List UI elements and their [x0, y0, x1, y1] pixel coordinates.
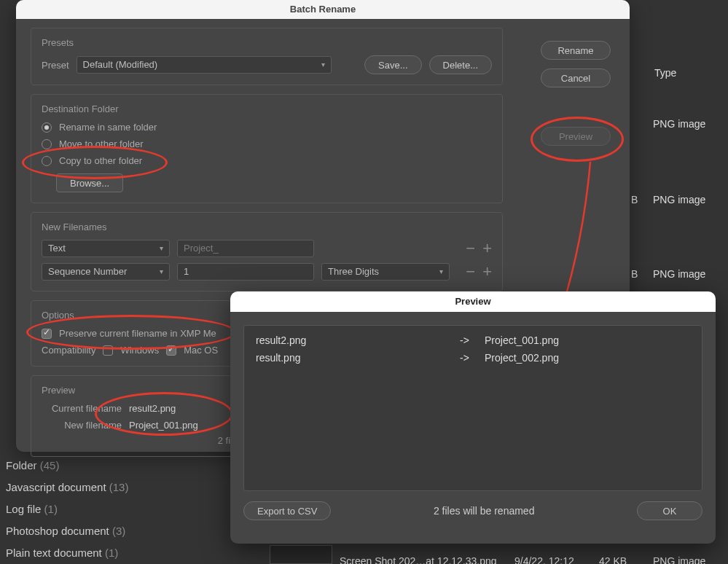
panel-header: Preview [42, 385, 232, 396]
radio-copy-folder[interactable] [42, 156, 52, 166]
save-preset-button[interactable]: Save... [364, 55, 421, 74]
filter-count: (1) [105, 547, 118, 559]
filter-item[interactable]: Photoshop document (3) [6, 525, 125, 537]
checkbox-label: Mac OS [184, 345, 218, 356]
presets-panel: Presets Preset Default (Modified) ▾ Save… [31, 28, 503, 85]
dialog-title: Batch Rename [16, 0, 630, 19]
filter-item[interactable]: Javascript document (13) [6, 481, 128, 493]
cell-type: PNG image [653, 118, 705, 130]
file-count: 2 fil [42, 435, 232, 446]
macos-checkbox[interactable] [166, 345, 176, 356]
preset-value: Default (Modified) [83, 57, 158, 73]
preset-select[interactable]: Default (Modified) ▾ [77, 56, 332, 74]
checkbox-label: Windows [120, 345, 159, 356]
windows-checkbox[interactable] [103, 345, 113, 356]
remove-row-button[interactable]: − [466, 267, 475, 277]
cancel-button[interactable]: Cancel [541, 68, 611, 87]
current-filename-label: Current filename [42, 403, 122, 414]
filename-start-input[interactable]: 1 [177, 263, 314, 281]
preview-list: result2.png -> Project_001.png result.pn… [243, 325, 702, 491]
preserve-xmp-checkbox[interactable] [42, 329, 52, 339]
radio-label: Rename in same folder [59, 122, 157, 133]
chevron-down-icon: ▾ [160, 264, 163, 280]
filter-count: (3) [112, 525, 125, 537]
cell-type: PNG image [653, 194, 705, 205]
select-value: Text [48, 240, 66, 256]
filename-text-input[interactable]: Project_ [177, 240, 314, 257]
original-filename: result.png [256, 352, 453, 364]
file-size: 42 KB [599, 555, 627, 564]
chevron-down-icon: ▾ [321, 57, 325, 73]
filename-type-select[interactable]: Text▾ [42, 240, 170, 257]
cell-type: PNG image [653, 268, 705, 280]
rename-button[interactable]: Rename [541, 41, 611, 60]
radio-label: Copy to other folder [59, 155, 142, 166]
filename-type-select[interactable]: Sequence Number▾ [42, 263, 170, 281]
panel-header: Destination Folder [42, 103, 492, 114]
radio-label: Move to other folder [59, 138, 144, 149]
compatibility-label: Compatibility [42, 345, 95, 356]
filter-label: Folder [6, 459, 37, 471]
new-filenames-panel: New Filenames Text▾ Project_ − + Sequenc… [31, 212, 503, 291]
select-value: Sequence Number [48, 264, 127, 280]
cell-size-frag: B [631, 194, 638, 205]
filter-count: (45) [40, 459, 60, 471]
preview-panel: Preview Current filename result2.png New… [31, 375, 243, 457]
column-header-type[interactable]: Type [654, 67, 676, 79]
file-date: 9/4/22, 12:12 [514, 555, 574, 564]
original-filename: result2.png [256, 334, 453, 346]
rename-status: 2 files will be renamed [434, 505, 535, 517]
file-name[interactable]: Screen Shot 202…at 12.12.33.png [340, 555, 497, 564]
panel-header: Presets [42, 37, 492, 48]
file-type: PNG image [653, 555, 705, 564]
add-row-button[interactable]: + [482, 243, 492, 254]
checkbox-label: Preserve current filename in XMP Me [59, 328, 216, 339]
filter-count: (1) [44, 503, 58, 515]
digits-select[interactable]: Three Digits▾ [321, 263, 450, 281]
destination-panel: Destination Folder Rename in same folder… [31, 94, 503, 203]
remove-row-button[interactable]: − [466, 243, 475, 254]
filter-label: Log file [6, 503, 41, 515]
preview-dialog: Preview result2.png -> Project_001.png r… [230, 291, 716, 544]
add-row-button[interactable]: + [482, 267, 492, 277]
new-filename-label: New filename [42, 420, 122, 431]
arrow-icon: -> [460, 334, 477, 346]
arrow-icon: -> [460, 352, 477, 364]
preset-label: Preset [42, 60, 69, 71]
filter-count: (13) [109, 481, 129, 493]
dialog-title: Preview [230, 291, 716, 312]
new-filename-value: Project_001.png [129, 420, 198, 431]
export-csv-button[interactable]: Export to CSV [243, 501, 331, 520]
cell-size-frag: B [631, 268, 638, 280]
filter-item[interactable]: Folder (45) [6, 459, 59, 471]
chevron-down-icon: ▾ [160, 240, 163, 256]
new-filename: Project_002.png [485, 352, 559, 364]
chevron-down-icon: ▾ [439, 264, 443, 280]
current-filename-value: result2.png [129, 403, 176, 414]
select-value: Three Digits [328, 264, 379, 280]
radio-same-folder[interactable] [42, 122, 52, 133]
preview-row: result2.png -> Project_001.png [256, 334, 690, 346]
preview-button[interactable]: Preview [541, 127, 611, 146]
filter-item[interactable]: Plain text document (1) [6, 547, 118, 559]
filter-label: Photoshop document [6, 525, 109, 537]
file-thumbnail[interactable] [270, 545, 332, 564]
radio-move-folder[interactable] [42, 139, 52, 149]
panel-header: New Filenames [42, 222, 492, 232]
ok-button[interactable]: OK [637, 501, 702, 520]
browse-button[interactable]: Browse... [56, 173, 123, 192]
filter-label: Plain text document [6, 547, 102, 559]
new-filename: Project_001.png [485, 334, 559, 346]
delete-preset-button[interactable]: Delete... [429, 55, 492, 74]
filter-item[interactable]: Log file (1) [6, 503, 58, 515]
filter-label: Javascript document [6, 481, 106, 493]
preview-row: result.png -> Project_002.png [256, 352, 690, 364]
